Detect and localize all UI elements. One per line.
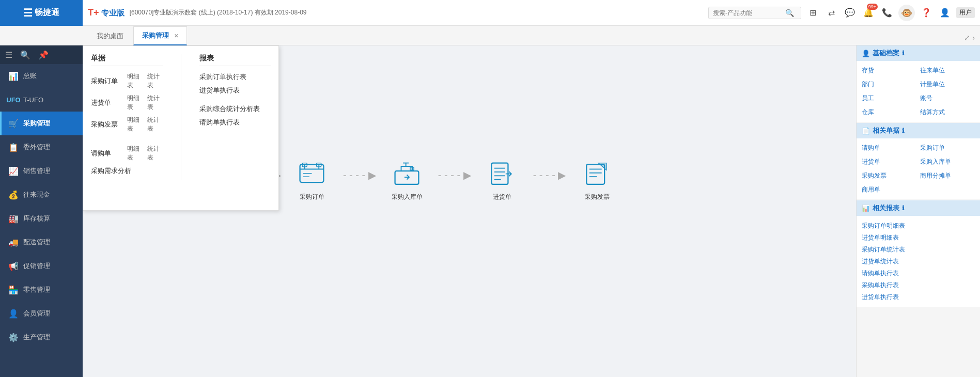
dropdown-caigoufahuo[interactable]: 采购发票	[91, 120, 122, 129]
related-report-title: 相关报表	[873, 203, 899, 213]
dropdown-qinggoudan-tongji[interactable]: 统计表	[147, 145, 162, 162]
dropdown-caigouneed[interactable]: 采购需求分析	[91, 166, 131, 176]
chat-icon[interactable]: 💬	[843, 6, 857, 20]
sidebar-item-xiaoshou[interactable]: 📈 销售管理	[0, 159, 83, 183]
huiyuan-icon: 👤	[8, 308, 19, 319]
bill-item-shangyongfentan[interactable]: 商用分摊单	[920, 170, 975, 181]
basic-item-bumen[interactable]: 部门	[862, 79, 917, 90]
tab-close-icon[interactable]: ✕	[174, 33, 178, 39]
report-item-0[interactable]: 采购订单明细表	[862, 220, 975, 232]
dropdown-caigoudindan-tongji[interactable]: 统计表	[147, 72, 162, 90]
sidebar-pin-icon[interactable]: 📌	[38, 50, 49, 60]
basic-item-jiliangdanwei[interactable]: 计量单位	[920, 79, 975, 90]
report-item-4[interactable]: 请购单执行表	[862, 268, 975, 279]
dropdown-menu: 单据 采购订单 明细表 统计表 进货单 明细表 统计表 采购发票 明细表	[83, 45, 279, 211]
dropdown-caigoudindan[interactable]: 采购订单	[91, 76, 122, 86]
product-meta: [600070]专业版演示数套 (线上) (2018-10-17) 有效期:20…	[130, 8, 307, 17]
search-box[interactable]: 🔍	[708, 7, 801, 19]
right-section-report-body: 采购订单明细表 进货单明细表 采购订单统计表 进货单统计表 请购单执行表 采购单…	[857, 216, 980, 307]
report-info-icon[interactable]: ℹ	[902, 205, 905, 212]
flow-caigoudindan[interactable]: 采购订单	[281, 159, 343, 201]
basic-item-cangku[interactable]: 仓库	[862, 107, 917, 118]
report-item-3[interactable]: 进货单统计表	[862, 256, 975, 268]
flow-caigoufahuo[interactable]: 采购发票	[566, 159, 628, 201]
basic-item-jiesuanfangshi[interactable]: 结算方式	[920, 107, 975, 118]
peisong-icon: 🚚	[8, 237, 19, 248]
dropdown-jinhuodan-execute[interactable]: 进货单执行表	[199, 86, 271, 95]
kucun-icon: 🏭	[8, 213, 19, 224]
bill-info-icon[interactable]: ℹ	[902, 127, 905, 134]
tab-expand-icon[interactable]: ⤢ ›	[964, 34, 975, 42]
search-input[interactable]	[713, 9, 785, 17]
bell-icon[interactable]: 🔔 99+	[861, 6, 876, 20]
dropdown-qinggoudan-mingxi[interactable]: 明细表	[127, 145, 142, 162]
help-icon[interactable]: ❓	[919, 6, 934, 20]
avatar-monkey[interactable]: 🐵	[898, 5, 915, 21]
sidebar-item-wanglai[interactable]: 💰 往来现金	[0, 183, 83, 207]
bill-item-qinggoudan[interactable]: 请购单	[862, 143, 917, 153]
sidebar-search-icon[interactable]: 🔍	[20, 50, 30, 60]
sidebar-item-shengchan[interactable]: ⚙️ 生产管理	[0, 325, 83, 349]
sidebar-label-zongzhang: 总账	[23, 71, 37, 81]
user-icon[interactable]: 👤	[938, 6, 952, 20]
basic-item-wanglaidanwei[interactable]: 往来单位	[920, 65, 975, 76]
user-name-label[interactable]: 用户	[956, 7, 975, 18]
wanglai-icon: 💰	[8, 189, 19, 200]
flow-arrow-4: - - - - ▶	[533, 169, 566, 192]
dropdown-caigoudindan-execute[interactable]: 采购订单执行表	[199, 72, 271, 82]
report-item-2[interactable]: 采购订单统计表	[862, 244, 975, 256]
basic-archive-icon: 👤	[862, 50, 870, 57]
flow-caigouruku[interactable]: 采购入库单	[376, 159, 438, 201]
sidebar-item-lingshuo[interactable]: 🏪 零售管理	[0, 278, 83, 302]
content-area: 单据 采购订单 明细表 统计表 进货单 明细表 统计表 采购发票 明细表	[83, 45, 856, 377]
dropdown-qinggoudan-execute[interactable]: 请购单执行表	[199, 118, 271, 127]
dropdown-qinggoudan[interactable]: 请购单	[91, 149, 122, 158]
tab-my-desk[interactable]: 我的桌面	[88, 27, 132, 45]
bill-item-shangyongdan[interactable]: 商用单	[862, 184, 917, 195]
sidebar-item-ufo[interactable]: UFO T-UFO	[0, 88, 83, 112]
flow-jinhuodan[interactable]: 进货单	[471, 159, 533, 201]
bill-item-caigoudindan[interactable]: 采购订单	[920, 143, 975, 153]
basic-info-icon[interactable]: ℹ	[902, 50, 905, 57]
dropdown-caigoufahuo-mingxi[interactable]: 明细表	[127, 116, 142, 133]
search-icon[interactable]: 🔍	[785, 9, 794, 17]
report-item-6[interactable]: 进货单执行表	[862, 291, 975, 303]
bill-item-caigoufahuo[interactable]: 采购发票	[862, 170, 917, 181]
dropdown-caigoudindan-mingxi[interactable]: 明细表	[127, 72, 142, 90]
sidebar-label-peisong: 配送管理	[23, 238, 50, 247]
weiwai-icon: 📋	[8, 142, 19, 153]
dropdown-columns: 单据 采购订单 明细表 统计表 进货单 明细表 统计表 采购发票 明细表	[91, 54, 271, 180]
bill-item-caigouruku[interactable]: 采购入库单	[920, 156, 975, 167]
sidebar-item-cuxiao[interactable]: 📢 促销管理	[0, 254, 83, 278]
basic-item-zhanghao[interactable]: 账号	[920, 93, 975, 104]
dropdown-jinhuodan-tongji[interactable]: 统计表	[147, 94, 162, 112]
layout-icon[interactable]: ⇄	[824, 6, 838, 20]
report-item-5[interactable]: 采购单执行表	[862, 279, 975, 291]
sidebar-label-kucun: 库存核算	[23, 214, 50, 223]
dropdown-row-caigoufahuo: 采购发票 明细表 统计表	[91, 116, 163, 133]
report-item-1[interactable]: 进货单明细表	[862, 232, 975, 244]
header: ☰ 畅捷通 T+ 专业版 [600070]专业版演示数套 (线上) (2018-…	[0, 0, 980, 26]
basic-item-yuangong[interactable]: 员工	[862, 93, 917, 104]
bill-item-jinhuodan[interactable]: 进货单	[862, 156, 917, 167]
dropdown-jinhuodan[interactable]: 进货单	[91, 98, 122, 107]
lingshuo-icon: 🏪	[8, 284, 19, 295]
tab-purchase[interactable]: 采购管理 ✕	[133, 26, 187, 45]
dropdown-caigoufahuo-tongji[interactable]: 统计表	[147, 116, 162, 133]
sidebar-item-zongzhang[interactable]: 📊 总账	[0, 64, 83, 88]
grid-icon[interactable]: ⊞	[805, 6, 820, 20]
sidebar-item-huiyuan[interactable]: 👤 会员管理	[0, 302, 83, 325]
dropdown-caigou-comprehensive[interactable]: 采购综合统计分析表	[199, 104, 271, 114]
sidebar-item-weiwai[interactable]: 📋 委外管理	[0, 135, 83, 159]
sidebar-label-xiaoshou: 销售管理	[23, 166, 50, 176]
dropdown-jinhuodan-mingxi[interactable]: 明细表	[127, 94, 142, 112]
basic-item-cunhuo[interactable]: 存货	[862, 65, 917, 76]
phone-icon[interactable]: 📞	[880, 6, 894, 20]
logo[interactable]: ☰ 畅捷通	[0, 0, 83, 26]
sidebar-item-caigou[interactable]: 🛒 采购管理	[0, 112, 83, 135]
menu-toggle-icon[interactable]: ☰	[5, 50, 12, 60]
sidebar-item-kucun[interactable]: 🏭 库存核算	[0, 207, 83, 230]
right-section-basic: 👤 基础档案 ℹ 存货 往来单位 部门 计量单位 员工 账号 仓库 结算方式	[857, 45, 980, 122]
flow-caigouruku-icon	[392, 159, 423, 190]
sidebar-item-peisong[interactable]: 🚚 配送管理	[0, 230, 83, 254]
